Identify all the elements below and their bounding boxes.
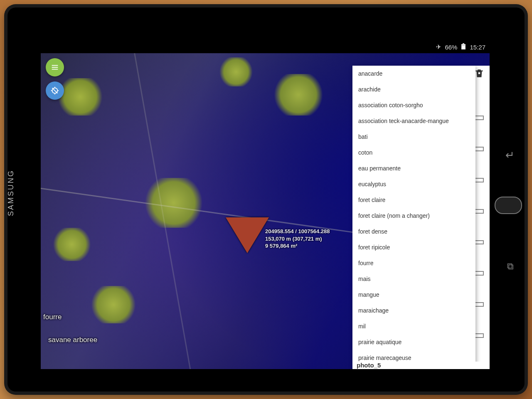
status-bar: ✈ 66% 15:27 xyxy=(41,41,490,53)
screen: ✈ 66% 15:27 xyxy=(41,41,490,369)
form-field-peek: photo_5 xyxy=(352,362,490,369)
form-checkbox[interactable] xyxy=(475,209,484,214)
dropdown-item[interactable]: arachide xyxy=(352,81,475,97)
dropdown-item[interactable]: prairie aquatique xyxy=(352,334,475,350)
gps-off-icon xyxy=(50,86,59,95)
dropdown-item[interactable]: mais xyxy=(352,271,475,287)
menu-button[interactable] xyxy=(46,58,64,76)
map-canvas[interactable]: 204958.554 / 1007564.288 153,070 m (307,… xyxy=(41,53,490,369)
dropdown-item[interactable]: eau permanente xyxy=(352,160,475,176)
tablet-bezel: SAMSUNG ↵ ⧉ ✈ 66% 15:27 xyxy=(7,7,525,392)
battery-percent: 66% xyxy=(445,44,457,51)
dropdown-item[interactable]: bati xyxy=(352,129,475,145)
form-checkbox[interactable] xyxy=(475,271,484,276)
hardware-back-button[interactable]: ↵ xyxy=(503,149,517,163)
dropdown-item[interactable]: maraichage xyxy=(352,303,475,318)
dropdown-item[interactable]: mil xyxy=(352,318,475,334)
map-feature-label: fourre xyxy=(43,313,62,321)
imagery-patch xyxy=(91,286,136,323)
hardware-recent-button[interactable]: ⧉ xyxy=(504,261,517,274)
dropdown-item[interactable]: foret claire xyxy=(352,192,475,208)
imagery-patch xyxy=(219,57,253,86)
hardware-home-button[interactable] xyxy=(495,197,522,214)
svg-rect-12 xyxy=(478,72,480,74)
checkbox-column xyxy=(475,116,484,369)
dropdown-item[interactable]: association coton-sorgho xyxy=(352,97,475,113)
dropdown-item[interactable]: fourre xyxy=(352,255,475,271)
side-panel-area: < anacardearachideassociation coton-sorg… xyxy=(352,66,490,369)
status-time: 15:27 xyxy=(470,44,485,51)
dropdown-item[interactable]: foret dense xyxy=(352,224,475,239)
imagery-patch xyxy=(145,178,203,228)
coord-line-3: 9 579,864 m² xyxy=(265,242,330,250)
form-checkbox[interactable] xyxy=(475,333,484,338)
form-checkbox[interactable] xyxy=(475,116,484,120)
form-checkbox[interactable] xyxy=(475,178,484,182)
airplane-mode-icon: ✈ xyxy=(436,43,441,51)
form-checkbox[interactable] xyxy=(475,302,484,307)
delete-button[interactable] xyxy=(474,68,485,79)
imagery-road xyxy=(41,185,392,238)
imagery-patch xyxy=(57,78,103,116)
imagery-patch xyxy=(273,74,323,116)
coord-line-2: 153,070 m (307,721 m) xyxy=(265,235,330,243)
coord-line-1: 204958.554 / 1007564.288 xyxy=(265,228,330,235)
form-checkbox[interactable] xyxy=(475,240,484,245)
tablet-frame: SAMSUNG ↵ ⧉ ✈ 66% 15:27 xyxy=(4,4,528,395)
dropdown-item[interactable]: mangue xyxy=(352,287,475,303)
dropdown-item[interactable]: anacarde xyxy=(352,66,475,81)
dropdown-item[interactable]: coton xyxy=(352,145,475,160)
class-dropdown-menu[interactable]: anacardearachideassociation coton-sorgho… xyxy=(352,66,475,369)
svg-rect-1 xyxy=(463,43,464,44)
svg-rect-2 xyxy=(462,46,465,49)
dropdown-item[interactable]: association teck-anacarde-mangue xyxy=(352,113,475,129)
battery-icon xyxy=(461,43,466,51)
feature-marker-triangle[interactable] xyxy=(226,217,269,253)
dropdown-item[interactable]: foret claire (nom a changer) xyxy=(352,208,475,224)
map-feature-label: savane arboree xyxy=(48,336,97,344)
imagery-patch xyxy=(53,228,91,261)
menu-icon xyxy=(50,63,59,72)
dropdown-item[interactable]: foret ripicole xyxy=(352,239,475,255)
device-brand: SAMSUNG xyxy=(7,170,15,216)
coordinates-readout: 204958.554 / 1007564.288 153,070 m (307,… xyxy=(265,228,330,250)
gps-button[interactable] xyxy=(46,81,64,100)
form-checkbox[interactable] xyxy=(475,147,484,151)
dropdown-item[interactable]: eucalyptus xyxy=(352,176,475,192)
